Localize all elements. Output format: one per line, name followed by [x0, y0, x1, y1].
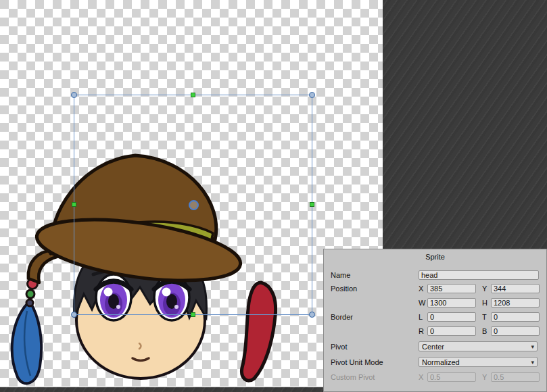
pivot-unit-mode-row: Pivot Unit Mode Normalized ▾ [331, 356, 538, 368]
w-axis-label: W [419, 299, 425, 307]
border-label: Border [331, 313, 419, 321]
custom-pivot-row: Custom Pivot X Y [331, 371, 538, 383]
custom-pivot-label: Custom Pivot [331, 373, 419, 381]
selection-handle-bottom-right[interactable] [309, 312, 315, 318]
h-axis-label: H [482, 299, 489, 307]
position-w-input[interactable] [427, 298, 476, 308]
custom-pivot-y-input [491, 372, 540, 382]
y-axis-label: Y [482, 285, 489, 293]
position-label: Position [331, 285, 419, 293]
pivot-row: Pivot Center ▾ [331, 341, 538, 352]
r-axis-label: R [419, 327, 425, 335]
custom-pivot-x-axis-label: X [419, 373, 425, 381]
border-b-input[interactable] [491, 326, 540, 336]
selection-handle-top-mid[interactable] [191, 93, 195, 97]
custom-pivot-y-axis-label: Y [482, 373, 489, 381]
name-row: Name [331, 269, 538, 280]
pivot-dropdown[interactable]: Center ▾ [419, 341, 538, 351]
position-h-input[interactable] [491, 298, 540, 308]
border-row-rb: R B [331, 325, 538, 337]
pivot-handle[interactable] [189, 200, 199, 210]
position-y-input[interactable] [491, 284, 540, 293]
pivot-unit-mode-value: Normalized [422, 358, 531, 366]
l-axis-label: L [419, 313, 425, 321]
selection-handle-top-left[interactable] [71, 92, 77, 98]
selection-handle-bottom-left[interactable] [71, 312, 77, 318]
name-input[interactable] [419, 270, 539, 280]
t-axis-label: T [482, 313, 489, 321]
pivot-unit-mode-dropdown[interactable]: Normalized ▾ [419, 357, 538, 367]
sprite-panel: Sprite Name Position X Y W H Border L T … [323, 249, 547, 392]
chevron-down-icon: ▾ [531, 359, 534, 366]
selection-handle-right-mid[interactable] [310, 202, 314, 207]
selection-handle-left-mid[interactable] [72, 202, 76, 207]
selection-handle-top-right[interactable] [309, 92, 315, 98]
pivot-label: Pivot [331, 343, 419, 351]
position-row-xy: Position X Y [331, 283, 538, 294]
name-label: Name [331, 271, 419, 279]
sprite-selection-rect[interactable] [74, 95, 312, 315]
selection-handle-bottom-mid[interactable] [191, 312, 195, 317]
b-axis-label: B [482, 327, 489, 335]
panel-title: Sprite [324, 253, 546, 261]
pivot-unit-mode-label: Pivot Unit Mode [331, 358, 419, 366]
pivot-dropdown-value: Center [422, 343, 531, 351]
custom-pivot-x-input [427, 372, 476, 382]
border-t-input[interactable] [491, 312, 540, 322]
border-r-input[interactable] [427, 326, 476, 336]
border-l-input[interactable] [427, 312, 476, 322]
chevron-down-icon: ▾ [531, 343, 534, 350]
position-x-input[interactable] [427, 284, 476, 293]
border-row-lt: Border L T [331, 311, 538, 322]
position-row-wh: W H [331, 297, 538, 308]
x-axis-label: X [419, 285, 425, 293]
